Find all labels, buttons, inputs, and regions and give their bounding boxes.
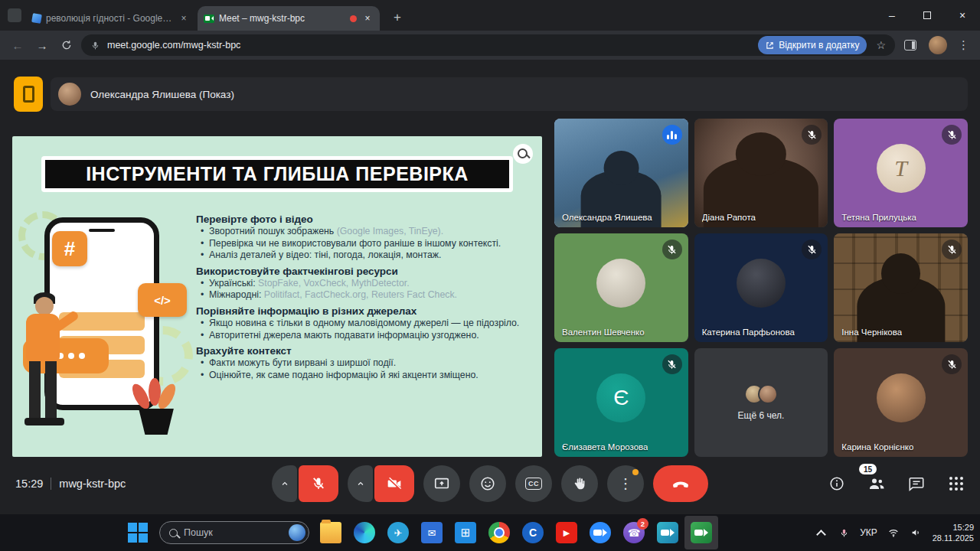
chat-button[interactable] [906, 474, 926, 494]
participant-name: Єлизавета Морозова [562, 442, 648, 452]
participants-button[interactable]: 15 [867, 474, 887, 494]
browser-menu-icon[interactable]: ⋮ [955, 38, 972, 52]
taskbar-app-camera-icon[interactable] [651, 516, 684, 549]
refresh-button[interactable] [57, 35, 77, 55]
taskbar-app-zoom-icon[interactable] [583, 516, 617, 549]
raise-hand-button[interactable] [561, 465, 598, 502]
tab2-close-icon[interactable]: × [361, 12, 374, 24]
maximize-button[interactable] [910, 0, 945, 31]
mic-options-button[interactable] [272, 465, 297, 502]
mic-off-icon [942, 125, 962, 145]
mic-off-icon [662, 240, 682, 259]
taskbar-app-telegram-icon[interactable]: ✈ [381, 516, 415, 549]
chevron-up-icon [816, 530, 826, 540]
avatar [737, 259, 786, 308]
taskbar-app-chrome-icon[interactable] [482, 516, 516, 549]
phone-notch [89, 229, 115, 232]
close-button[interactable]: × [945, 0, 980, 31]
slide-bullet: •Факти можуть бути вирвані з ширшої поді… [196, 357, 533, 370]
notification-badge: 2 [637, 518, 648, 530]
avatar: T [877, 144, 926, 193]
site-mic-permission-icon[interactable] [89, 39, 101, 51]
mic-mute-button[interactable] [299, 465, 338, 502]
start-button[interactable] [121, 516, 155, 549]
camera-off-button[interactable] [374, 465, 414, 502]
open-in-app-button[interactable]: Відкрити в додатку [758, 36, 867, 54]
captions-button[interactable]: CC [515, 465, 552, 502]
participant-tile[interactable]: ЄЄлизавета Морозова [554, 348, 688, 457]
bullet-marker: • [201, 318, 204, 330]
profile-avatar[interactable] [929, 36, 947, 54]
meet-control-bar: 15:29 mwg-kstr-bpc [0, 462, 980, 505]
taskbar-app-youtube-icon[interactable]: ▶ [550, 516, 583, 549]
meeting-details-button[interactable] [827, 474, 847, 494]
taskbar-search[interactable]: Пошук [159, 521, 309, 544]
present-screen-icon [433, 475, 450, 492]
zoom-icon[interactable] [513, 144, 533, 164]
tray-time: 15:29 [933, 522, 974, 533]
language-indicator[interactable]: УКР [860, 527, 877, 538]
side-panel-icon[interactable] [904, 40, 916, 51]
participant-tile[interactable]: Ещё 6 чел. [694, 348, 828, 457]
taskbar-app-meet-icon[interactable] [684, 516, 718, 549]
taskbar-apps: ✈✉⊞C▶☎2 [314, 514, 718, 551]
tab-search-button[interactable] [8, 8, 21, 22]
participant-name: Катерина Парфьонова [702, 328, 795, 337]
taskbar-app-store-icon[interactable]: ⊞ [449, 516, 482, 549]
end-call-button[interactable] [653, 465, 708, 502]
participant-tile[interactable]: Катерина Парфьонова [694, 233, 828, 342]
participant-name: Ещё 6 чел. [738, 410, 785, 421]
search-placeholder: Пошук [184, 527, 283, 538]
tray-expand-button[interactable] [814, 526, 828, 540]
new-tab-button[interactable]: + [387, 8, 407, 28]
address-bar[interactable]: meet.google.com/mwg-kstr-bpc Відкрити в … [81, 34, 895, 56]
browser-tab-1[interactable]: революція гідності - Google Ак × [26, 6, 196, 31]
participant-tile[interactable]: Карина Корнієнко [834, 348, 968, 457]
door-icon [23, 86, 34, 103]
slide-title-wrap: ІНСТРУМЕНТИ ТА ГЛИБША ПЕРЕВІРКА [41, 156, 513, 192]
participant-tile[interactable]: TТетяна Прилуцька [834, 119, 968, 227]
presentation-slide: ІНСТРУМЕНТИ ТА ГЛИБША ПЕРЕВІРКА Перевірт… [12, 136, 542, 457]
tray-mic-icon[interactable] [837, 526, 851, 540]
participant-tile[interactable]: Валентин Шевченко [554, 233, 688, 342]
taskbar-app-file-explorer-icon[interactable] [314, 516, 348, 549]
audio-indicator-icon [662, 125, 682, 145]
avatar-letter: Є [613, 386, 629, 410]
tab1-close-icon[interactable]: × [178, 12, 190, 24]
slide-bullet: •Авторитетні джерела мають подавати інфо… [196, 330, 533, 342]
browser-tab-strip: революція гідності - Google Ак × Meet – … [0, 0, 980, 31]
tray-date: 28.11.2025 [933, 533, 974, 543]
presenter-name: Олександра Ялишева (Показ) [90, 89, 234, 100]
taskbar-clock[interactable]: 15:29 28.11.2025 [933, 522, 974, 544]
taskbar-app-viber-icon[interactable]: ☎2 [617, 516, 651, 549]
tab2-title: Meet – mwg-kstr-bpc [219, 13, 345, 24]
taskbar-app-c-browser-icon[interactable]: C [516, 516, 550, 549]
hashtag-icon: # [52, 231, 87, 266]
refresh-icon [60, 39, 73, 51]
taskbar-app-mail-icon[interactable]: ✉ [415, 516, 449, 549]
taskbar-app-edge-icon[interactable] [348, 516, 381, 549]
overflow-stack: Ещё 6 чел. [694, 348, 828, 457]
meet-yellow-app-icon[interactable] [14, 77, 43, 112]
back-button[interactable]: ← [8, 35, 28, 55]
browser-tab-2[interactable]: Meet – mwg-kstr-bpc × [198, 6, 380, 31]
wifi-icon[interactable] [887, 526, 900, 540]
camera-options-button[interactable] [348, 465, 373, 502]
mic-off-icon [802, 240, 822, 259]
forward-button[interactable]: → [32, 35, 52, 55]
volume-icon[interactable] [910, 526, 923, 540]
activities-button[interactable] [946, 474, 966, 494]
url-text: meet.google.com/mwg-kstr-bpc [107, 40, 752, 51]
participant-tile[interactable]: Інна Чернікова [834, 233, 968, 342]
bookmark-star-icon[interactable]: ☆ [873, 39, 889, 51]
present-button[interactable] [423, 465, 460, 502]
call-controls: CC ⋮ [272, 465, 708, 502]
minimize-button[interactable]: – [874, 0, 910, 31]
participant-tile[interactable]: Олександра Ялишева [554, 119, 688, 227]
reactions-button[interactable] [469, 465, 506, 502]
screen: революція гідності - Google Ак × Meet – … [0, 0, 980, 551]
participant-tile[interactable]: Діана Рапота [694, 119, 828, 227]
more-options-button[interactable]: ⋮ [607, 465, 644, 502]
window-controls: – × [874, 0, 980, 31]
mic-off-icon [311, 476, 326, 491]
